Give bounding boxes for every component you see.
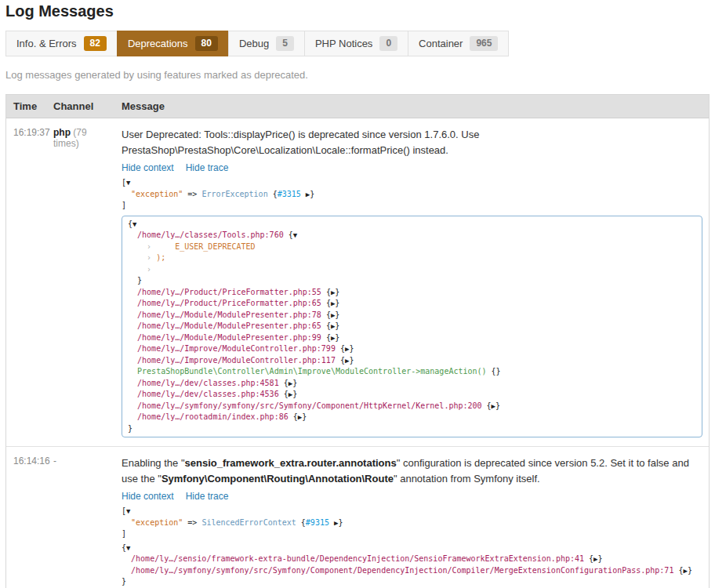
dump-token-p — [128, 310, 137, 319]
log-message-text: Enabling the "sensio_framework_extra.rou… — [122, 456, 702, 486]
page-subtitle: Log messages generated by using features… — [5, 69, 710, 81]
dump-token-p: { — [268, 190, 278, 198]
dump-toggle-arrow-icon[interactable]: ▼ — [132, 220, 136, 228]
dump-token-p — [128, 242, 147, 251]
column-header-time: Time — [6, 95, 47, 118]
dump-toggle-arrow-icon[interactable]: ▼ — [126, 179, 130, 187]
hide-trace-link[interactable]: Hide trace — [186, 162, 229, 173]
tab-info-errors[interactable]: Info. & Errors82 — [5, 31, 118, 56]
tab-bar: Info. & Errors82Deprecations80Debug5PHP … — [5, 31, 710, 56]
message-segment: User Deprecated: Tools::displayPrice() i… — [122, 129, 479, 156]
table-header-row: TimeChannelMessage — [6, 95, 709, 118]
log-row: 16:14:16-Enabling the "sensio_framework_… — [6, 446, 709, 588]
dump-token-path: /home/ly…/Product/PriceFormatter.php:65 — [137, 299, 321, 307]
dump-token-p: { — [321, 321, 331, 330]
tab-label: Deprecations — [128, 38, 188, 49]
dump-token-p — [128, 390, 137, 398]
dump-token-path: /home/ly…/Module/ModulePresenter.php:65 — [137, 321, 321, 330]
dump-token-p: { — [279, 390, 289, 398]
dump-token-p: } — [292, 379, 297, 387]
message-links: Hide contextHide trace — [122, 488, 702, 503]
dump-token-code: ); — [151, 253, 165, 262]
dump-token-path: /home/ly…/Improve/ModuleController.php:7… — [137, 344, 336, 353]
table-body: 16:19:37php (79 times)User Deprecated: T… — [6, 118, 709, 588]
dump-token-p: { — [296, 518, 306, 527]
dump-token-p: { — [584, 554, 593, 563]
tab-container[interactable]: Container965 — [408, 31, 509, 56]
dump-token-p: => — [183, 190, 201, 198]
hide-context-link[interactable]: Hide context — [122, 162, 174, 173]
dump-token-path: /home/ly…/Module/ModulePresenter.php:99 — [137, 333, 321, 342]
message-links: Hide contextHide trace — [122, 160, 702, 174]
dump-token-p — [122, 566, 131, 575]
log-row: 16:19:37php (79 times)User Deprecated: T… — [6, 118, 709, 446]
dump-token-gray: › — [147, 265, 151, 274]
context-dump: [▼ "exception" => ErrorException {#3315 … — [122, 177, 702, 212]
tab-label: Info. & Errors — [16, 38, 77, 49]
dump-token-note: ErrorException — [201, 190, 267, 198]
dump-token-p: } — [335, 321, 339, 330]
dump-token-p: {} — [487, 367, 501, 376]
dump-token-p — [122, 518, 131, 527]
dump-token-code: E_USER_DEPRECATED — [151, 242, 255, 251]
dump-token-p: } — [338, 518, 343, 527]
dump-token-p: } — [122, 577, 126, 586]
profiler-log-page: Log Messages Info. & Errors82Deprecation… — [0, 0, 715, 588]
dump-token-path: /home/ly…/Product/PriceFormatter.php:55 — [137, 288, 321, 296]
dump-token-path: /home/ly…/dev/classes.php:4536 — [137, 390, 279, 398]
dump-token-p: } — [302, 412, 307, 421]
dump-token-p: { — [321, 288, 331, 296]
tab-count-badge: 965 — [470, 36, 498, 50]
dump-token-p — [128, 401, 137, 410]
dump-token-p — [128, 230, 137, 239]
message-segment: " annotation from Symfony itself. — [394, 473, 540, 485]
dump-token-path: /home/ly…/sensio/framework-extra-bundle/… — [131, 554, 584, 563]
dump-token-path: /home/ly…/classes/Tools.php:760 — [137, 230, 284, 239]
dump-token-p: } — [349, 356, 354, 365]
log-message-cell: Enabling the "sensio_framework_extra.rou… — [115, 454, 709, 588]
dump-toggle-arrow-icon[interactable]: ▼ — [126, 544, 130, 552]
dump-token-p — [128, 367, 137, 376]
dump-token-path: /home/ly…/symfony/symfony/src/Symfony/Co… — [131, 566, 673, 575]
dump-toggle-arrow-icon[interactable]: ▼ — [126, 507, 130, 515]
dump-token-p: } — [335, 299, 339, 307]
dump-token-p: } — [597, 554, 602, 563]
page-title: Log Messages — [5, 2, 710, 20]
tab-php-notices[interactable]: PHP Notices0 — [304, 31, 408, 56]
hide-trace-link[interactable]: Hide trace — [186, 491, 229, 502]
tab-count-badge: 0 — [379, 36, 397, 50]
dump-token-p: => — [183, 518, 201, 527]
dump-token-p: { — [289, 412, 298, 421]
dump-token-p — [128, 299, 137, 307]
channel-name: - — [53, 456, 56, 466]
dump-token-p: } — [335, 288, 339, 296]
dump-token-p — [128, 333, 137, 342]
dump-token-p: { — [673, 566, 683, 575]
dump-token-p — [128, 321, 137, 330]
hide-context-link[interactable]: Hide context — [122, 491, 174, 502]
dump-token-path: /home/ly…/dev/classes.php:4581 — [137, 379, 279, 387]
dump-token-p: } — [335, 310, 339, 319]
log-channel: - — [47, 454, 115, 588]
column-header-message: Message — [115, 95, 709, 118]
log-time: 16:14:16 — [6, 454, 47, 588]
dump-token-p: { — [279, 379, 289, 387]
dump-token-p: ] — [122, 529, 126, 538]
dump-token-p: } — [688, 566, 692, 575]
dump-token-ref: #9315 — [306, 518, 329, 527]
trace-dump: {▼ /home/ly…/classes/Tools.php:760 {▼ › … — [122, 216, 702, 438]
dump-token-p — [128, 288, 137, 296]
dump-token-p: { — [336, 344, 345, 353]
dump-token-ref: #3315 — [278, 190, 301, 198]
tab-debug[interactable]: Debug5 — [228, 31, 305, 56]
message-segment: Enabling the " — [122, 457, 185, 469]
tab-label: Container — [419, 38, 463, 49]
dump-token-p — [122, 190, 131, 198]
dump-token-p: { — [336, 356, 345, 365]
dump-token-path: /home/ly…/Improve/ModuleController.php:1… — [137, 356, 336, 365]
dump-token-p: { — [321, 333, 331, 342]
tab-deprecations[interactable]: Deprecations80 — [117, 31, 229, 56]
column-header-channel: Channel — [47, 95, 115, 118]
dump-toggle-arrow-icon[interactable]: ▼ — [293, 231, 297, 239]
dump-token-key: "exception" — [131, 190, 183, 198]
